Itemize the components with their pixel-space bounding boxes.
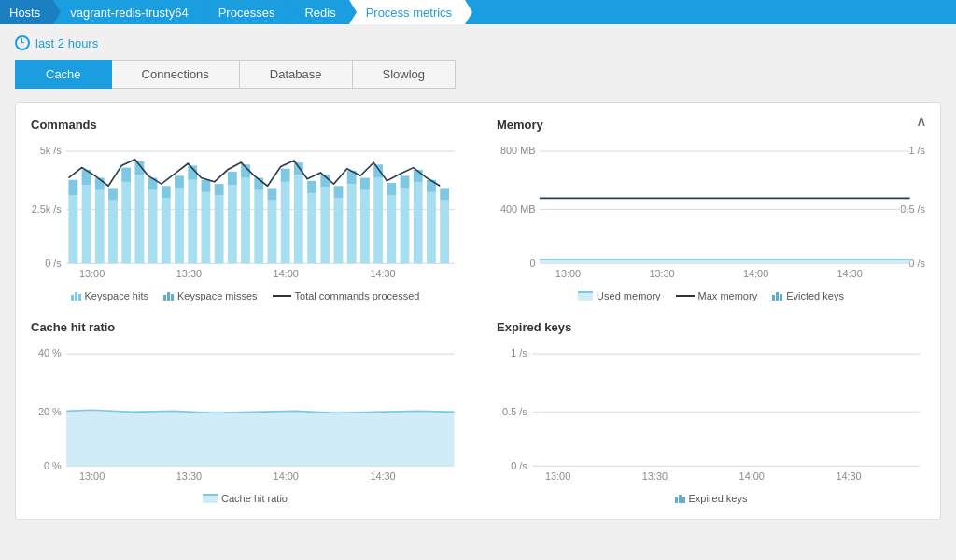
breadcrumb-item-processes[interactable]: Processes [202, 0, 288, 24]
svg-rect-28 [215, 195, 224, 263]
memory-legend: Used memory Max memory Evicted keys [497, 290, 925, 301]
svg-rect-60 [427, 192, 436, 263]
svg-rect-57 [401, 175, 410, 188]
svg-rect-32 [241, 178, 250, 264]
clock-icon [15, 35, 30, 50]
collapse-button[interactable]: ∧ [916, 112, 927, 130]
cache-hit-ratio-legend: Cache hit ratio [31, 493, 459, 504]
svg-text:13:30: 13:30 [642, 470, 668, 482]
svg-text:40 %: 40 % [38, 347, 62, 358]
breadcrumb-item-process-metrics[interactable]: Process metrics [349, 0, 465, 24]
legend-expired-keys: Expired keys [675, 493, 748, 504]
svg-rect-54 [387, 195, 396, 263]
svg-text:1 /s: 1 /s [511, 347, 527, 358]
expired-keys-svg: 1 /s 0.5 /s 0 /s 13:00 13:30 14:00 14:30 [497, 342, 925, 484]
svg-text:13:00: 13:00 [555, 268, 581, 279]
svg-text:0: 0 [529, 258, 535, 269]
cache-hit-ratio-svg: 40 % 20 % 0 % 13:00 13:30 14:00 [31, 342, 459, 484]
svg-rect-10 [95, 190, 105, 264]
svg-text:14:30: 14:30 [370, 268, 395, 279]
svg-text:14:30: 14:30 [836, 470, 861, 482]
legend-total-commands: Total commands processed [273, 290, 420, 301]
svg-rect-31 [228, 172, 237, 185]
svg-rect-63 [440, 188, 449, 200]
svg-text:13:30: 13:30 [649, 268, 674, 279]
svg-rect-58 [414, 182, 423, 263]
commands-chart-title: Commands [31, 118, 459, 132]
svg-rect-21 [162, 186, 171, 198]
expired-keys-legend: Expired keys [497, 493, 925, 504]
commands-chart: 5k /s 2.5k /s 0 /s [31, 139, 459, 285]
tab-slowlog[interactable]: Slowlog [353, 60, 457, 89]
svg-text:14:30: 14:30 [836, 268, 862, 279]
svg-text:14:00: 14:00 [743, 268, 768, 279]
expired-keys-title: Expired keys [497, 320, 925, 334]
legend-max-memory: Max memory [676, 290, 758, 301]
memory-svg: 800 MB 400 MB 0 1 /s 0.5 /s 0 /s [497, 139, 925, 282]
svg-rect-39 [281, 169, 290, 182]
commands-chart-section: Commands 5k /s 2.5k /s 0 /s [31, 118, 459, 301]
svg-rect-8 [82, 185, 91, 263]
svg-text:5k /s: 5k /s [40, 145, 63, 156]
svg-rect-30 [228, 185, 237, 263]
breadcrumb-item-host[interactable]: vagrant-redis-trusty64 [53, 0, 201, 24]
svg-rect-41 [294, 162, 303, 175]
cache-hit-ratio-section: Cache hit ratio 40 % 20 % 0 % [31, 320, 459, 504]
svg-text:14:30: 14:30 [370, 470, 395, 482]
svg-text:13:00: 13:00 [79, 470, 105, 482]
svg-text:20 %: 20 % [38, 406, 62, 417]
svg-rect-29 [215, 184, 224, 195]
legend-used-memory: Used memory [578, 290, 660, 301]
time-range-label: last 2 hours [35, 36, 98, 50]
expired-keys-section: Expired keys 1 /s 0.5 /s 0 /s 13:00 [497, 320, 925, 504]
svg-rect-40 [294, 175, 303, 263]
svg-rect-7 [68, 180, 77, 195]
breadcrumb-item-redis[interactable]: Redis [288, 0, 348, 24]
svg-text:800 MB: 800 MB [500, 145, 536, 156]
tab-connections[interactable]: Connections [112, 60, 240, 89]
legend-keyspace-misses: Keyspace misses [163, 290, 258, 301]
svg-rect-34 [254, 190, 263, 264]
metrics-card: ∧ Commands 5k /s 2.5k /s 0 /s [15, 102, 941, 520]
svg-text:0 /s: 0 /s [45, 258, 62, 269]
svg-rect-42 [307, 193, 316, 263]
svg-rect-37 [268, 188, 277, 200]
cache-hit-ratio-title: Cache hit ratio [31, 320, 459, 334]
svg-rect-18 [148, 190, 158, 264]
memory-chart: 800 MB 400 MB 0 1 /s 0.5 /s 0 /s [497, 139, 925, 285]
svg-text:14:00: 14:00 [274, 470, 299, 482]
expired-keys-chart: 1 /s 0.5 /s 0 /s 13:00 13:30 14:00 14:30 [497, 342, 925, 487]
svg-rect-47 [334, 186, 344, 198]
svg-rect-61 [427, 180, 436, 192]
commands-legend: Keyspace hits Keyspace misses Total comm… [31, 290, 459, 301]
memory-chart-section: Memory 800 MB 400 MB 0 1 /s 0.5 /s 0 /s [497, 118, 925, 301]
svg-rect-13 [108, 188, 118, 200]
tab-bar: Cache Connections Database Slowlog [15, 60, 941, 89]
svg-rect-26 [202, 192, 211, 263]
svg-text:0 %: 0 % [44, 460, 62, 471]
svg-marker-89 [66, 410, 454, 466]
svg-text:14:00: 14:00 [274, 268, 299, 279]
svg-text:0.5 /s: 0.5 /s [502, 406, 527, 417]
svg-rect-50 [360, 190, 370, 264]
main-content: last 2 hours Cache Connections Database … [0, 24, 956, 531]
svg-rect-48 [347, 184, 357, 263]
commands-svg: 5k /s 2.5k /s 0 /s [31, 139, 459, 282]
svg-rect-44 [320, 187, 330, 263]
svg-text:400 MB: 400 MB [500, 203, 536, 215]
legend-cache-hit-ratio: Cache hit ratio [203, 493, 288, 504]
svg-text:0.5 /s: 0.5 /s [900, 203, 925, 215]
tab-cache[interactable]: Cache [15, 60, 112, 89]
charts-grid: Commands 5k /s 2.5k /s 0 /s [31, 118, 925, 504]
legend-evicted-keys: Evicted keys [772, 290, 844, 301]
svg-rect-19 [148, 178, 158, 190]
svg-rect-52 [373, 178, 383, 264]
time-range[interactable]: last 2 hours [15, 35, 941, 50]
svg-text:0 /s: 0 /s [908, 258, 925, 269]
svg-rect-15 [121, 168, 131, 182]
tab-database[interactable]: Database [240, 60, 353, 89]
legend-keyspace-hits: Keyspace hits [71, 290, 148, 301]
svg-rect-56 [401, 188, 410, 263]
svg-rect-20 [162, 198, 171, 263]
breadcrumb-item-hosts[interactable]: Hosts [0, 0, 53, 24]
